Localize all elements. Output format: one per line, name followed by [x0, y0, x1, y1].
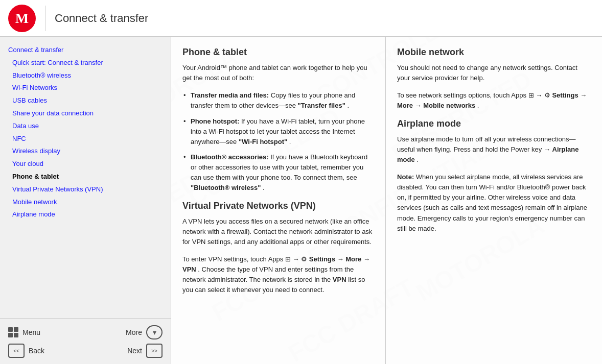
menu-grid-icon: [8, 327, 18, 337]
vpn-section: Virtual Private Networks (VPN) A VPN let…: [182, 201, 374, 296]
page-title: Connect & transfer: [55, 12, 148, 25]
phone-tablet-bullets: Transfer media and files: Copy files to …: [182, 90, 374, 193]
airplane-mode-para1: Use airplane mode to turn off all your w…: [397, 134, 591, 165]
sidebar-item-phone-tablet[interactable]: Phone & tablet: [4, 171, 167, 183]
back-box-icon: [8, 344, 25, 358]
phone-tablet-title: Phone & tablet: [182, 47, 374, 58]
sidebar-item-bluetooth-wireless[interactable]: Bluetooth® wireless: [4, 69, 167, 82]
sidebar-item-your-cloud[interactable]: Your cloud: [4, 158, 167, 171]
phone-tablet-intro: Your Android™ phone and tablet can work …: [182, 63, 374, 83]
bottom-row-1: Menu More ▾: [6, 324, 165, 341]
back-label: Back: [29, 347, 44, 355]
bottom-row-2: Back Next: [6, 343, 165, 359]
sidebar-item-vpn[interactable]: Virtual Private Networks (VPN): [4, 183, 167, 196]
more-button[interactable]: More ▾: [124, 324, 165, 341]
airplane-mode-title: Airplane mode: [397, 118, 591, 129]
vpn-instructions: To enter VPN settings, touch Apps ⊞ → ⚙ …: [182, 254, 374, 296]
sidebar-item-connect-transfer[interactable]: Connect & transfer: [4, 44, 167, 57]
sidebar-item-quick-start[interactable]: Quick start: Connect & transfer: [4, 57, 167, 69]
sidebar-item-usb-cables[interactable]: USB cables: [4, 94, 167, 107]
bullet-hotspot: Phone hotspot: If you have a Wi-Fi table…: [182, 116, 374, 147]
right-panel: Mobile network You should not need to ch…: [386, 37, 602, 364]
sidebar-item-wifi-networks[interactable]: Wi-Fi Networks: [4, 82, 167, 94]
left-panel: Phone & tablet Your Android™ phone and t…: [171, 37, 386, 364]
bullet-transfer: Transfer media and files: Copy files to …: [182, 90, 374, 111]
next-box-icon: [146, 344, 163, 358]
motorola-logo: M: [8, 5, 36, 32]
sidebar-bottom: Menu More ▾ Back: [0, 318, 171, 364]
airplane-mode-note: Note: When you select airplane mode, all…: [397, 172, 591, 234]
airplane-mode-section: Airplane mode Use airplane mode to turn …: [397, 118, 591, 234]
vpn-intro: A VPN lets you access files on a secured…: [182, 216, 374, 247]
sidebar-item-airplane-mode[interactable]: Airplane mode: [4, 208, 167, 221]
mobile-network-title: Mobile network: [397, 47, 591, 58]
next-button[interactable]: Next: [125, 343, 165, 359]
phone-tablet-section: Phone & tablet Your Android™ phone and t…: [182, 47, 374, 193]
next-label: Next: [127, 347, 142, 355]
sidebar-item-nfc[interactable]: NFC: [4, 133, 167, 145]
sidebar-wrapper: Connect & transferQuick start: Connect &…: [0, 37, 171, 364]
menu-button[interactable]: Menu: [6, 326, 42, 338]
bullet-bluetooth: Bluetooth® accessories: If you have a Bl…: [182, 152, 374, 193]
body-area: Connect & transferQuick start: Connect &…: [0, 37, 602, 364]
more-circle-icon: ▾: [146, 325, 163, 339]
mobile-network-para2: To see network settings options, touch A…: [397, 90, 591, 111]
logo-m-letter: M: [15, 10, 29, 27]
back-button[interactable]: Back: [6, 343, 47, 359]
sidebar-item-data-use[interactable]: Data use: [4, 120, 167, 133]
sidebar-item-wireless-display[interactable]: Wireless display: [4, 145, 167, 158]
mobile-network-section: Mobile network You should not need to ch…: [397, 47, 591, 111]
mobile-network-para1: You should not need to change any networ…: [397, 63, 591, 83]
more-label: More: [126, 328, 142, 336]
menu-label: Menu: [22, 328, 40, 336]
sidebar-nav: Connect & transferQuick start: Connect &…: [0, 37, 171, 318]
header: M Connect & transfer: [0, 0, 602, 37]
vpn-title: Virtual Private Networks (VPN): [182, 201, 374, 211]
main-layout: M Connect & transfer Connect & transferQ…: [0, 0, 602, 364]
content-area: Phone & tablet Your Android™ phone and t…: [171, 37, 602, 364]
sidebar-item-mobile-network[interactable]: Mobile network: [4, 196, 167, 209]
sidebar-item-share-data[interactable]: Share your data connection: [4, 107, 167, 120]
header-divider: [45, 6, 45, 31]
